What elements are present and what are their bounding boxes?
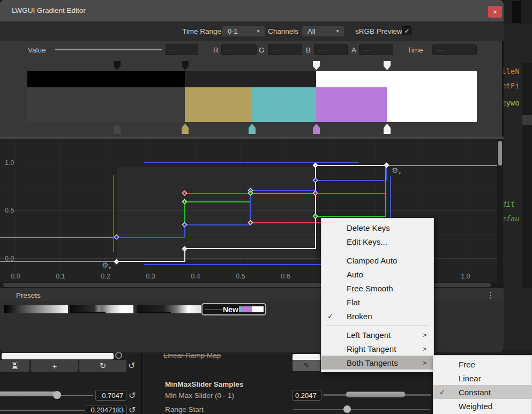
menu-item-label: Right Tangent	[347, 344, 396, 353]
undo-icon[interactable]: ↺	[129, 390, 136, 401]
submenu-item-constant[interactable]: ✓Constant	[433, 385, 531, 399]
color-strip-segment[interactable]	[185, 87, 252, 122]
curve-segment	[316, 180, 386, 181]
range-start-slider-knob[interactable]	[343, 405, 351, 413]
min-max-value-field[interactable]: 0.2047	[292, 390, 321, 401]
curve-segment	[251, 190, 316, 191]
window-title: LWGUI Gradient Editor	[12, 6, 86, 14]
slider1-knob[interactable]	[53, 391, 61, 399]
code-line: eywo	[501, 99, 520, 107]
menu-item-both-tangents[interactable]: Both Tangents>	[321, 356, 433, 370]
menu-item-free-smooth[interactable]: Free Smooth	[321, 281, 433, 295]
vertical-scrollbar-thumb[interactable]	[498, 141, 502, 165]
slider1-value-field[interactable]: 0.7047	[95, 390, 126, 401]
range-start-slider-track[interactable]	[293, 409, 430, 410]
a-label: A	[351, 46, 356, 54]
gear-icon[interactable]: ⚙	[102, 261, 109, 269]
slider1-fill[interactable]	[0, 392, 60, 396]
r-field[interactable]: —	[221, 44, 257, 55]
curve-segment	[185, 248, 316, 249]
background-gutter-block	[522, 115, 532, 125]
color-strip-segment[interactable]	[27, 87, 185, 122]
menu-item-flat[interactable]: Flat	[321, 295, 433, 309]
menu-item-edit-keys[interactable]: Edit Keys...	[321, 235, 433, 249]
curve-segment	[390, 176, 391, 219]
tangent-submenu: Free Linear ✓Constant Weighted	[433, 355, 532, 414]
b-field[interactable]: —	[314, 44, 348, 55]
ramp-mini-preview[interactable]	[293, 354, 320, 360]
add-ramp-button[interactable]: +	[31, 360, 78, 372]
preset-swatch-underline	[70, 312, 106, 313]
undo-icon[interactable]: ↺	[128, 360, 135, 371]
code-line: ileN	[501, 67, 520, 76]
gridline	[0, 186, 498, 186]
g-field[interactable]: —	[268, 44, 302, 55]
menu-item-label: Clamped Auto	[347, 256, 397, 265]
preset-swatch-new[interactable]: New	[201, 303, 266, 315]
floppy-icon	[12, 363, 18, 369]
menu-item-label: Both Tangents	[347, 358, 398, 367]
x-axis-tick: 0.3	[143, 273, 159, 280]
color-strip-segment[interactable]	[316, 87, 387, 122]
time-field[interactable]: —	[432, 44, 477, 55]
min-max-slider-range[interactable]	[346, 392, 406, 397]
edit-ramp-button[interactable]: ✎	[293, 360, 320, 371]
menu-item-right-tangent[interactable]: Right Tangent>	[321, 342, 433, 356]
menu-item-delete-keys[interactable]: Delete Keys	[321, 221, 433, 235]
channels-dropdown[interactable]: All ▼	[302, 26, 344, 37]
channels-value: All	[308, 27, 315, 35]
curve-segment	[113, 175, 114, 252]
save-ramp-button[interactable]	[0, 360, 29, 372]
srgb-preview-checkbox[interactable]: ✓	[402, 26, 411, 35]
menu-item-clamped-auto[interactable]: Clamped Auto	[321, 253, 433, 267]
object-picker-icon[interactable]	[115, 352, 122, 359]
range-start-label: Range Start	[165, 405, 204, 413]
gear-caret-icon: ▾	[399, 171, 401, 176]
min-max-slider-label: Min Max Slider (0 - 1)	[165, 392, 234, 400]
alpha-strip-segment[interactable]	[316, 71, 477, 87]
submenu-item-linear[interactable]: Linear	[433, 371, 531, 385]
close-button[interactable]: ×	[488, 6, 502, 18]
refresh-ramp-button[interactable]: ↻	[79, 360, 126, 372]
value-slider[interactable]	[55, 49, 162, 50]
slider1-track[interactable]	[61, 395, 93, 396]
color-strip-segment[interactable]	[387, 87, 477, 122]
gridline	[61, 140, 61, 271]
x-axis-tick: 0.5	[233, 273, 249, 280]
submenu-item-free[interactable]: Free	[433, 357, 531, 371]
menu-item-auto[interactable]: Auto	[321, 267, 433, 281]
menu-item-label: Flat	[347, 298, 360, 307]
menu-item-broken[interactable]: ✓Broken	[321, 309, 433, 323]
y-axis-tick: 0.5	[5, 207, 14, 214]
menu-item-label: Weighted	[459, 402, 492, 411]
close-icon: ×	[493, 8, 497, 16]
new-preset-label: New	[223, 305, 238, 314]
kebab-menu-icon[interactable]: ⋮	[486, 290, 494, 300]
slider2-track[interactable]	[0, 410, 85, 411]
curve-segment	[0, 237, 117, 238]
a-field[interactable]: —	[359, 44, 393, 55]
submenu-item-weighted[interactable]: Weighted	[433, 399, 531, 413]
alpha-strip-segment[interactable]	[185, 71, 316, 87]
presets-label: Presets	[16, 291, 41, 299]
curve-segment	[185, 193, 251, 194]
slider2-value-field[interactable]: 0.2047183	[86, 405, 127, 414]
menu-item-left-tangent[interactable]: Left Tangent>	[321, 328, 433, 342]
value-field[interactable]: —	[166, 44, 198, 55]
time-range-dropdown[interactable]: 0-1 ▼	[222, 26, 265, 37]
color-strip-segment[interactable]	[252, 87, 316, 122]
check-icon: ✓	[404, 27, 409, 35]
alpha-strip-segment[interactable]	[27, 71, 185, 87]
submenu-arrow-icon: >	[422, 345, 426, 353]
gear-icon[interactable]: ⚙	[392, 166, 399, 175]
menu-item-label: Linear	[459, 374, 481, 383]
curve-segment	[251, 222, 321, 223]
ramp-texture-preview[interactable]	[2, 353, 114, 359]
menu-item-label: Free	[459, 360, 475, 369]
pencil-icon: ✎	[304, 362, 310, 370]
menu-item-label: Edit Keys...	[347, 237, 387, 246]
preset-swatch[interactable]	[4, 305, 68, 313]
undo-icon[interactable]: ↺	[129, 405, 136, 414]
curve-segment	[387, 165, 498, 166]
curve-segment	[185, 201, 251, 202]
